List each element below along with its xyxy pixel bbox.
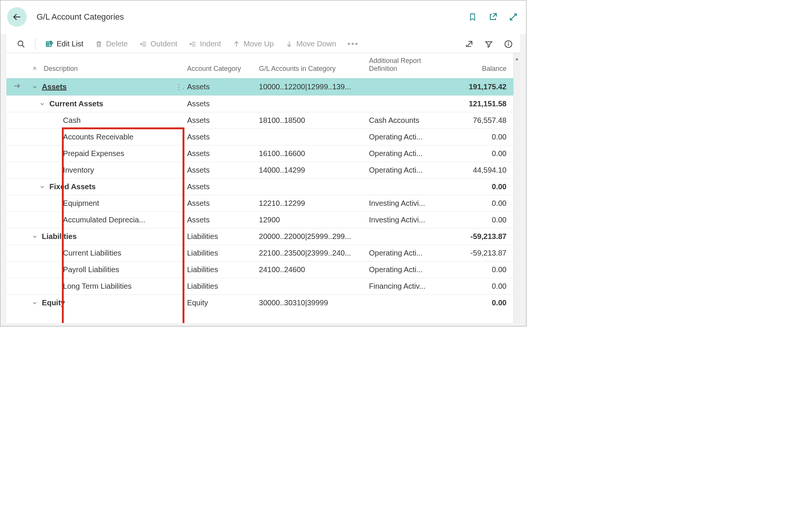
cell-account-category[interactable]: Assets [183,162,255,179]
vertical-scrollbar[interactable]: ▴ [513,53,520,323]
cell-description[interactable]: Inventory [28,162,171,179]
cell-account-category[interactable]: Assets [183,78,255,96]
info-button[interactable] [503,39,513,49]
cell-gl-accounts[interactable]: 20000..22000|25999..299... [255,228,365,245]
cell-gl-accounts[interactable]: 14000..14299 [255,162,365,179]
header-gl-accounts[interactable]: G/L Accounts in Category [255,53,365,78]
more-actions-button[interactable]: ••• [344,38,362,50]
cell-report-definition[interactable] [365,295,441,311]
cell-gl-accounts[interactable]: 10000..12200|12999..139... [255,78,365,96]
cell-account-category[interactable]: Assets [183,96,255,112]
row-indicator[interactable] [6,179,28,195]
table-row[interactable]: CashAssets18100..18500Cash Accounts76,55… [6,112,513,129]
chevron-down-icon[interactable] [31,234,38,240]
cell-account-category[interactable]: Equity [183,295,255,311]
cell-account-category[interactable]: Assets [183,112,255,129]
header-description[interactable]: Description [28,53,171,78]
indent-button[interactable]: Indent [185,38,225,50]
cell-account-category[interactable]: Assets [183,129,255,145]
cell-report-definition[interactable]: Operating Acti... [365,162,441,179]
cell-balance[interactable]: -59,213.87 [441,228,513,245]
cell-description[interactable]: Long Term Liabilities [28,278,171,295]
cell-account-category[interactable]: Liabilities [183,278,255,295]
outdent-button[interactable]: Outdent [135,38,181,50]
move-up-button[interactable]: Move Up [229,38,278,50]
bookmark-button[interactable] [467,12,478,22]
cell-description[interactable]: Liabilities [28,228,171,245]
cell-balance[interactable]: 191,175.42 [441,78,513,96]
cell-description[interactable]: Equipment [28,195,171,212]
cell-account-category[interactable]: Liabilities [183,262,255,278]
table-row[interactable]: Current LiabilitiesLiabilities22100..235… [6,245,513,262]
cell-account-category[interactable]: Liabilities [183,245,255,262]
cell-balance[interactable]: -59,213.87 [441,245,513,262]
cell-description[interactable]: Cash [28,112,171,129]
table-row[interactable]: InventoryAssets14000..14299Operating Act… [6,162,513,179]
table-row[interactable]: EquipmentAssets12210..12299Investing Act… [6,195,513,212]
cell-description[interactable]: Assets [28,78,171,96]
cell-balance[interactable]: 0.00 [441,278,513,295]
row-indicator[interactable] [6,278,28,295]
cell-description[interactable]: Current Liabilities [28,245,171,262]
row-menu-button[interactable]: ⋮ [172,78,183,96]
cell-report-definition[interactable]: Operating Acti... [365,145,441,162]
back-button[interactable] [7,7,27,27]
cell-description[interactable]: Payroll Liabilities [28,262,171,278]
expand-button[interactable] [508,12,519,22]
share-button[interactable] [464,39,474,49]
cell-report-definition[interactable]: Operating Acti... [365,262,441,278]
cell-balance[interactable]: 0.00 [441,262,513,278]
cell-account-category[interactable]: Assets [183,212,255,228]
cell-description[interactable]: Accumulated Deprecia... [28,212,171,228]
cell-report-definition[interactable] [365,78,441,96]
chevron-down-icon[interactable] [39,101,46,107]
edit-list-button[interactable]: Edit List [41,38,87,50]
cell-description[interactable]: Accounts Receivable [28,129,171,145]
search-button[interactable] [13,38,29,50]
cell-gl-accounts[interactable]: 24100..24600 [255,262,365,278]
cell-gl-accounts[interactable]: 22100..23500|23999..240... [255,245,365,262]
filter-button[interactable] [484,39,494,49]
move-down-button[interactable]: Move Down [281,38,340,50]
row-indicator[interactable] [6,78,28,96]
cell-gl-accounts[interactable]: 18100..18500 [255,112,365,129]
cell-report-definition[interactable] [365,228,441,245]
cell-gl-accounts[interactable]: 12210..12299 [255,195,365,212]
cell-report-definition[interactable]: Operating Acti... [365,245,441,262]
cell-report-definition[interactable]: Financing Activ... [365,278,441,295]
cell-report-definition[interactable]: Investing Activi... [365,212,441,228]
cell-balance[interactable]: 0.00 [441,129,513,145]
cell-balance[interactable]: 0.00 [441,179,513,195]
cell-balance[interactable]: 44,594.10 [441,162,513,179]
table-row[interactable]: Accumulated Deprecia...Assets12900Invest… [6,212,513,228]
cell-gl-accounts[interactable] [255,179,365,195]
table-row[interactable]: Payroll LiabilitiesLiabilities24100..246… [6,262,513,278]
row-indicator[interactable] [6,245,28,262]
row-indicator[interactable] [6,96,28,112]
row-indicator[interactable] [6,228,28,245]
header-report-def[interactable]: Additional Report Definition [365,53,441,78]
scroll-up-arrow-icon[interactable]: ▴ [514,55,520,61]
table-row[interactable]: Current AssetsAssets121,151.58 [6,96,513,112]
cell-report-definition[interactable]: Cash Accounts [365,112,441,129]
cell-balance[interactable]: 0.00 [441,195,513,212]
cell-gl-accounts[interactable] [255,129,365,145]
cell-balance[interactable]: 0.00 [441,212,513,228]
cell-gl-accounts[interactable] [255,96,365,112]
row-indicator[interactable] [6,262,28,278]
table-row[interactable]: Accounts ReceivableAssetsOperating Acti.… [6,129,513,145]
cell-balance[interactable]: 0.00 [441,145,513,162]
table-row[interactable]: LiabilitiesLiabilities20000..22000|25999… [6,228,513,245]
cell-balance[interactable]: 0.00 [441,295,513,311]
popout-button[interactable] [488,12,498,22]
delete-button[interactable]: Delete [91,38,132,50]
cell-report-definition[interactable] [365,96,441,112]
cell-report-definition[interactable]: Investing Activi... [365,195,441,212]
cell-report-definition[interactable] [365,179,441,195]
cell-gl-accounts[interactable]: 12900 [255,212,365,228]
row-indicator[interactable] [6,129,28,145]
cell-account-category[interactable]: Liabilities [183,228,255,245]
table-row[interactable]: Long Term LiabilitiesLiabilitiesFinancin… [6,278,513,295]
table-row[interactable]: Assets⋮Assets10000..12200|12999..139...1… [6,78,513,96]
row-indicator[interactable] [6,112,28,129]
